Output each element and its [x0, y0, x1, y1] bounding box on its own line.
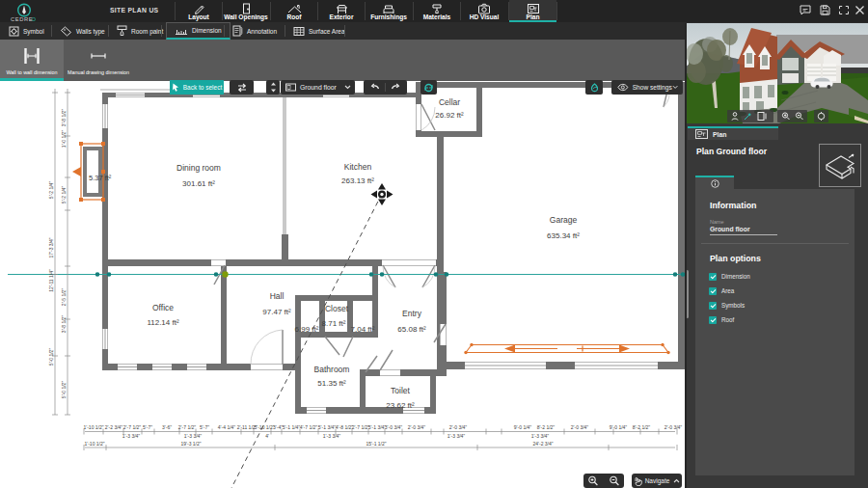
svg-text:8'-2 1/2": 8'-2 1/2" — [537, 424, 556, 430]
svg-text:3'-4": 3'-4" — [273, 424, 283, 430]
svg-text:1'-3 3/4": 1'-3 3/4" — [448, 433, 466, 439]
svg-text:635.34 ft²: 635.34 ft² — [547, 231, 580, 240]
svg-text:5'-2 1/4": 5'-2 1/4" — [61, 186, 67, 204]
svg-text:97.47 ft²: 97.47 ft² — [262, 308, 291, 316]
svg-text:3'-0 3/4": 3'-0 3/4" — [385, 424, 403, 430]
svg-text:5'-2 1/4": 5'-2 1/4" — [48, 181, 54, 200]
svg-text:5'-1 1/4": 5'-1 1/4" — [283, 424, 301, 430]
svg-text:Bathroom: Bathroom — [314, 365, 350, 374]
svg-text:1'-3 3/4": 1'-3 3/4" — [184, 433, 203, 439]
svg-text:5'-1 3/4": 5'-1 3/4" — [368, 424, 387, 430]
svg-text:12'-11 1/4": 12'-11 1/4" — [48, 269, 54, 292]
svg-text:5'-7": 5'-7" — [200, 424, 209, 430]
svg-text:17'-3 3/4": 17'-3 3/4" — [48, 237, 54, 258]
svg-text:1'-10 1/2": 1'-10 1/2" — [84, 441, 104, 447]
svg-text:6.99 ft²: 6.99 ft² — [295, 325, 319, 334]
svg-text:1'-3 3/4": 1'-3 3/4" — [323, 433, 341, 439]
svg-text:2'-7 1/2": 2'-7 1/2" — [178, 424, 197, 430]
svg-text:8.71 ft²: 8.71 ft² — [322, 319, 346, 328]
svg-text:2'-2 3/4": 2'-2 3/4" — [105, 424, 123, 430]
svg-text:5'-1 3/4": 5'-1 3/4" — [318, 424, 337, 430]
svg-text:2'-7 1/2": 2'-7 1/2" — [352, 424, 370, 430]
svg-text:19'-3 1/2": 19'-3 1/2" — [180, 441, 201, 447]
svg-text:3'-8 1/2": 3'-8 1/2" — [61, 109, 67, 127]
svg-text:1'-0 1/2": 1'-0 1/2" — [61, 130, 67, 149]
svg-text:7.04 ft²: 7.04 ft² — [351, 325, 375, 334]
svg-text:26.92 ft²: 26.92 ft² — [435, 111, 464, 120]
svg-text:5'-10 1/2": 5'-10 1/2" — [254, 424, 274, 430]
svg-text:2'-0 3/4": 2'-0 3/4" — [449, 424, 468, 430]
svg-text:5'-7": 5'-7" — [143, 424, 152, 430]
svg-text:3'-6": 3'-6" — [162, 424, 172, 430]
svg-text:2'-0 3/4": 2'-0 3/4" — [408, 424, 426, 430]
svg-text:65.08 ft²: 65.08 ft² — [397, 325, 426, 334]
svg-text:Closet: Closet — [325, 304, 349, 313]
svg-text:4': 4' — [265, 433, 269, 439]
svg-text:4'-7 1/2": 4'-7 1/2" — [300, 424, 318, 430]
svg-text:1'-10 1/2": 1'-10 1/2" — [83, 424, 103, 430]
svg-text:2'-7 1/2": 2'-7 1/2" — [123, 424, 142, 430]
svg-text:2'-0 3/4": 2'-0 3/4" — [571, 424, 589, 430]
svg-text:Cellar: Cellar — [439, 97, 460, 107]
svg-text:9'-0 1/4": 9'-0 1/4" — [610, 424, 628, 430]
svg-text:Garage: Garage — [550, 215, 578, 225]
svg-text:8'-2 1/2": 8'-2 1/2" — [633, 424, 651, 430]
svg-text:15'-1 1/2": 15'-1 1/2" — [366, 441, 386, 447]
svg-text:24'-2 3/4": 24'-2 3/4" — [532, 441, 553, 447]
svg-text:5.37 ft²: 5.37 ft² — [89, 174, 112, 182]
svg-text:5'-0 1/2": 5'-0 1/2" — [61, 381, 67, 399]
svg-text:4'-4 1/4": 4'-4 1/4" — [218, 424, 236, 430]
svg-text:3'-8 1/2": 3'-8 1/2" — [61, 315, 67, 334]
svg-text:23.62 ft²: 23.62 ft² — [386, 401, 415, 410]
svg-text:Kitchen: Kitchen — [344, 162, 372, 172]
svg-text:Toilet: Toilet — [391, 386, 410, 395]
svg-text:112.14 ft²: 112.14 ft² — [147, 318, 179, 327]
svg-text:Dining room: Dining room — [176, 163, 221, 173]
svg-text:9'-0 1/4": 9'-0 1/4" — [514, 424, 532, 430]
svg-text:2'-5 1/2": 2'-5 1/2" — [61, 288, 67, 307]
svg-text:5'-0 1/2": 5'-0 1/2" — [48, 348, 54, 366]
svg-text:51.35 ft²: 51.35 ft² — [317, 379, 346, 388]
svg-text:4'-8 1/2": 4'-8 1/2" — [336, 424, 354, 430]
svg-text:1'-3 3/4": 1'-3 3/4" — [531, 433, 550, 439]
svg-text:Office: Office — [152, 303, 174, 312]
svg-text:Hall: Hall — [270, 291, 285, 301]
svg-text:Entry: Entry — [402, 309, 422, 318]
svg-text:301.61 ft²: 301.61 ft² — [182, 179, 215, 188]
svg-text:1'-3 3/4": 1'-3 3/4" — [122, 433, 141, 439]
svg-text:263.13 ft²: 263.13 ft² — [341, 176, 374, 185]
svg-text:2'-0 3/4": 2'-0 3/4" — [665, 424, 683, 430]
